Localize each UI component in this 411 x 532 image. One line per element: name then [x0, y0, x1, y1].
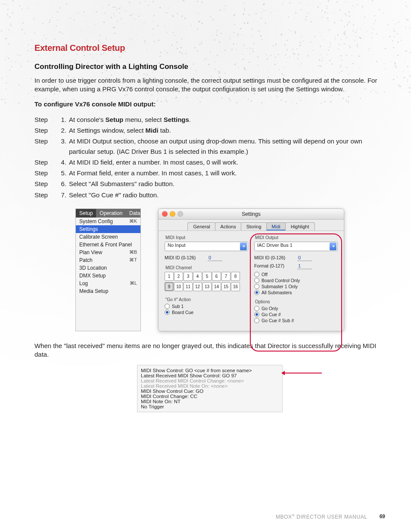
menubar-tab[interactable]: Data — [126, 209, 143, 218]
menu-item[interactable]: Plan View⌘B — [76, 249, 140, 256]
settings-tab[interactable]: Highlight — [285, 222, 315, 230]
midi-status-line: Latest Received MIDI Note On: <none> — [141, 383, 279, 389]
traffic-zoom-icon — [177, 211, 183, 217]
red-arrow-icon — [284, 373, 322, 373]
menu-item[interactable]: Settings — [76, 225, 140, 233]
midi-channel-button[interactable]: 8 — [231, 272, 240, 281]
radio-option[interactable]: Sub 1 — [165, 304, 248, 309]
page-number: 69 — [380, 513, 385, 520]
midi-status-line: MIDI Control Change: CC — [141, 394, 279, 399]
midi-channel-button[interactable]: 14 — [212, 282, 221, 291]
menu-item[interactable]: Patch⌘T — [76, 256, 140, 264]
configure-label: To configure Vx76 console MIDI output: — [34, 100, 385, 109]
window-title: Settings — [242, 211, 260, 217]
menubar-tab[interactable]: Operation — [96, 209, 126, 218]
midi-channel-button[interactable]: 7 — [221, 272, 230, 281]
step-row: Step6.Select "All Submasters" radio butt… — [34, 179, 385, 189]
midi-channel-button[interactable]: 4 — [193, 272, 202, 281]
settings-window-screenshot: Settings GeneralActionsStoringMidiHighli… — [158, 208, 344, 331]
step-row: Step1.At console's Setup menu, select Se… — [34, 115, 385, 124]
midi-status-line: Latest Received MIDI Control Change: <no… — [141, 378, 279, 383]
step-row: Step2.At Settings window, select Midi ta… — [34, 125, 385, 135]
menu-item[interactable]: Log⌘L — [76, 280, 140, 287]
step-row: Step4.At MIDI ID field, enter a number. … — [34, 157, 385, 167]
subheading: Controlling Director with a Lighting Con… — [34, 62, 385, 71]
midi-channel-button[interactable]: 11 — [184, 282, 193, 291]
midi-id-left-value[interactable]: 0 — [208, 255, 222, 261]
intro-paragraph: In order to use trigger controls from a … — [34, 76, 385, 94]
menu-item[interactable]: Media Setup — [76, 287, 140, 295]
midi-status-line: No Trigger — [141, 404, 279, 409]
midi-channel-label: MIDI Channel — [165, 265, 248, 270]
settings-tabs: GeneralActionsStoringMidiHighlight — [159, 220, 344, 230]
midi-output-dropdown[interactable]: IAC Driver Bus 1 — [254, 242, 338, 251]
midi-id-left-label: MIDI ID (0-126) — [165, 255, 205, 260]
radio-option[interactable]: Board Cue — [165, 310, 248, 315]
midi-channel-button[interactable]: 13 — [202, 282, 212, 291]
page-footer: MBOX® DIRECTOR USER MANUAL 69 — [34, 513, 385, 520]
midi-channel-button[interactable]: 3 — [184, 272, 193, 281]
settings-tab[interactable]: Actions — [215, 222, 242, 230]
red-annotation-ellipse — [250, 233, 342, 352]
midi-status-line: Latest Received MIDI Show Control: GO 97 — [141, 373, 279, 378]
settings-tab[interactable]: General — [187, 222, 215, 230]
midi-channel-button[interactable]: 10 — [174, 282, 183, 291]
menu-item[interactable]: DMX Setup — [76, 272, 140, 280]
midi-channel-button[interactable]: 12 — [193, 282, 202, 291]
menu-item[interactable]: 3D Location — [76, 264, 140, 272]
midi-status-list-screenshot: MIDI Show Control: GO <cue # from scene … — [137, 365, 283, 412]
step-row: Step5.At Format field, enter a number. I… — [34, 168, 385, 178]
menu-item[interactable]: Ethernet & Front Panel — [76, 241, 140, 249]
midi-status-line: MIDI Note On: NT — [141, 399, 279, 404]
midi-input-dropdown[interactable]: No Input — [165, 242, 248, 251]
step-row: Step3.At MIDI Output section, choose an … — [34, 136, 385, 156]
traffic-minimize-icon — [170, 211, 175, 217]
midi-input-label: MIDI Input — [165, 235, 248, 240]
midi-channel-button[interactable]: 15 — [221, 282, 230, 291]
midi-channel-button[interactable]: 9 — [165, 282, 174, 291]
menubar-tab[interactable]: Setup — [76, 209, 96, 218]
settings-tab[interactable]: Storing — [241, 222, 267, 230]
midi-channel-button[interactable]: 6 — [212, 272, 221, 281]
midi-status-line: MIDI Show Control Cue: GO — [141, 389, 279, 394]
midi-channel-button[interactable]: 16 — [231, 282, 240, 291]
menu-item[interactable]: System Config⌘K — [76, 218, 140, 225]
go-action-label: "Go #" Action — [165, 297, 248, 302]
step-row: Step7.Select "Go Cue #" radio button. — [34, 190, 385, 200]
midi-channel-button[interactable]: 1 — [165, 272, 174, 281]
menubar: SetupOperationData — [76, 209, 140, 218]
settings-tab[interactable]: Midi — [266, 222, 286, 230]
menu-item[interactable]: Calibrate Screen — [76, 233, 140, 241]
traffic-close-icon — [162, 211, 168, 217]
midi-channel-button[interactable]: 2 — [174, 272, 183, 281]
setup-menu-screenshot: SetupOperationData System Config⌘KSettin… — [75, 208, 141, 331]
midi-status-line: MIDI Show Control: GO <cue # from scene … — [141, 368, 279, 373]
midi-channel-grid[interactable]: 12345678910111213141516 — [165, 272, 248, 291]
footer-brand: MBOX — [276, 514, 292, 520]
section-title: External Control Setup — [34, 43, 385, 53]
steps-list: Step1.At console's Setup menu, select Se… — [34, 115, 385, 200]
midi-channel-button[interactable]: 5 — [202, 272, 212, 281]
